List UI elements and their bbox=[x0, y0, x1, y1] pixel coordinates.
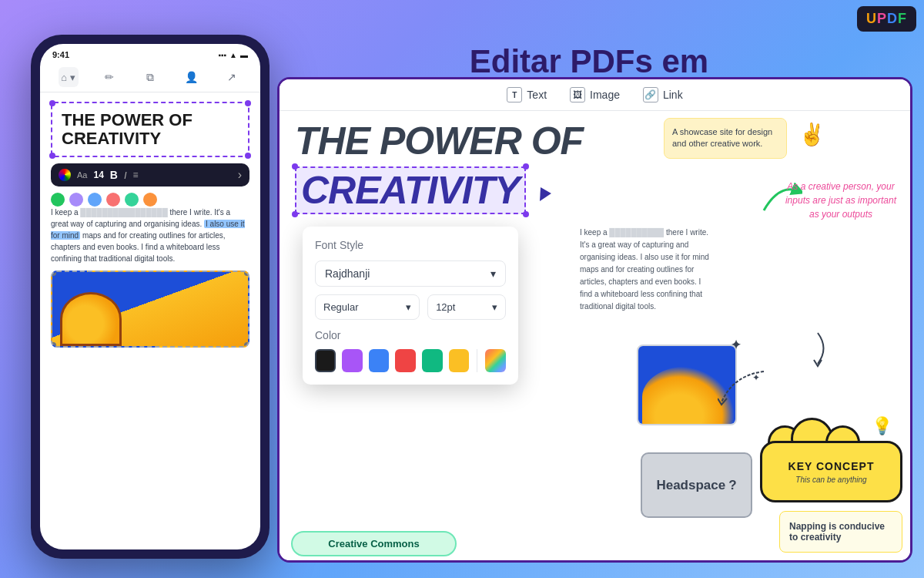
quote-text: As a creative person, your inputs are ju… bbox=[785, 181, 896, 220]
phone-mockup: 9:41 ▪▪▪ ▲ ▬ ⌂ ▾ ✏ ⧉ 👤 ↗ THE POWER OF CR… bbox=[31, 35, 270, 559]
sunflower-head bbox=[60, 292, 122, 346]
home-button[interactable]: ⌂ ▾ bbox=[59, 67, 79, 87]
tablet-toolbar: T Text 🖼 Image 🔗 Link bbox=[280, 79, 910, 111]
phone-title-box: THE POWER OF CREATIVITY bbox=[51, 102, 249, 157]
image-icon: 🖼 bbox=[570, 87, 585, 102]
font-style-chevron: ▾ bbox=[406, 301, 411, 313]
sel-handle-bl bbox=[292, 211, 298, 217]
italic-button[interactable]: I bbox=[124, 170, 127, 181]
signal-icon: ▪▪▪ bbox=[218, 51, 226, 59]
headspace-label: Headspace bbox=[656, 478, 725, 493]
doc-title-line2-container: CREATIVITY bbox=[295, 166, 526, 214]
font-style-select[interactable]: Regular ▾ bbox=[315, 294, 420, 320]
title-line1-text: THE POWER OF bbox=[295, 119, 583, 163]
swatch-purple[interactable] bbox=[69, 193, 83, 207]
swatch-purple-lg[interactable] bbox=[342, 349, 363, 372]
headspace-card: Headspace ? bbox=[641, 452, 752, 518]
sel-handle-br bbox=[523, 211, 529, 217]
phone-sunflower-image bbox=[51, 271, 249, 348]
font-size-value: 12pt bbox=[436, 301, 455, 313]
align-button[interactable]: ≡ bbox=[133, 170, 139, 180]
font-style-panel: Font Style Rajdhanji ▾ Regular ▾ 12pt ▾ … bbox=[303, 227, 518, 385]
img-handle-tr bbox=[244, 271, 249, 276]
color-section-label: Color bbox=[315, 329, 506, 341]
color-swatches-row bbox=[315, 349, 506, 372]
phone-toolbar[interactable]: ⌂ ▾ ✏ ⧉ 👤 ↗ bbox=[40, 62, 260, 92]
logo-f: F bbox=[898, 11, 907, 26]
font-size: 14 bbox=[93, 170, 103, 180]
phone-format-bar[interactable]: Aa 14 B I ≡ › bbox=[51, 163, 249, 187]
creative-commons-button[interactable]: Creative Commons bbox=[291, 531, 457, 556]
scribble-mark2: ✦ bbox=[752, 372, 760, 383]
img-handle-br bbox=[244, 342, 249, 348]
swatch-green[interactable] bbox=[51, 193, 65, 207]
swatch-blue-lg[interactable] bbox=[369, 349, 390, 372]
font-name-value: Rajdhanji bbox=[325, 267, 370, 280]
key-concept-area: KEY CONCEPT This can be anything 💡 bbox=[760, 422, 902, 514]
more-button[interactable]: › bbox=[238, 168, 242, 182]
text-icon: T bbox=[507, 87, 522, 102]
phone-title: THE POWER OF CREATIVITY bbox=[62, 111, 239, 148]
toolbar-link[interactable]: 🔗 Link bbox=[643, 87, 683, 102]
img-handle-bl bbox=[51, 342, 56, 348]
showcase-card: A showcase site for design and other cre… bbox=[664, 118, 787, 159]
toolbar-text[interactable]: T Text bbox=[507, 87, 547, 102]
highlight-text: I also use it for mind bbox=[51, 220, 245, 240]
toolbar-link-label: Link bbox=[663, 89, 683, 101]
cloud-container: KEY CONCEPT This can be anything 💡 bbox=[760, 422, 902, 514]
napping-card: Napping is conducive to creativity bbox=[779, 511, 902, 553]
font-size-select[interactable]: 12pt ▾ bbox=[427, 294, 506, 320]
logo-d: D bbox=[887, 11, 898, 26]
more-colors-button[interactable] bbox=[485, 349, 506, 372]
cloud-body: KEY CONCEPT This can be anything 💡 bbox=[760, 441, 902, 502]
battery-icon: ▬ bbox=[240, 51, 248, 59]
swatch-yellow-lg[interactable] bbox=[449, 349, 470, 372]
swatch-orange[interactable] bbox=[143, 193, 157, 207]
swatch-red-lg[interactable] bbox=[395, 349, 416, 372]
phone-screen: 9:41 ▪▪▪ ▲ ▬ ⌂ ▾ ✏ ⧉ 👤 ↗ THE POWER OF CR… bbox=[40, 44, 260, 549]
copy-icon[interactable]: ⧉ bbox=[140, 67, 160, 87]
logo-p: P bbox=[877, 11, 887, 26]
user-icon[interactable]: 👤 bbox=[181, 67, 201, 87]
text-cursor bbox=[534, 187, 551, 204]
font-name-chevron: ▾ bbox=[490, 267, 496, 280]
tablet-frame: T Text 🖼 Image 🔗 Link THE POWER OF CREAT… bbox=[277, 77, 912, 563]
bold-button[interactable]: B bbox=[110, 169, 118, 181]
showcase-text: A showcase site for design and other cre… bbox=[672, 127, 772, 148]
scribble-mark1: ✦ bbox=[731, 338, 741, 352]
sel-handle-tl bbox=[292, 163, 298, 170]
napping-text: Napping is conducive to creativity bbox=[789, 521, 885, 543]
swatch-black[interactable] bbox=[315, 349, 336, 372]
doodle-arrow1 bbox=[718, 368, 772, 414]
swatch-blue[interactable] bbox=[88, 193, 102, 207]
tablet-screen: T Text 🖼 Image 🔗 Link THE POWER OF CREAT… bbox=[280, 79, 910, 560]
doodle-arrow2 bbox=[802, 329, 833, 368]
logo-u: U bbox=[866, 11, 877, 26]
swatch-teal[interactable] bbox=[125, 193, 139, 207]
swatch-divider bbox=[477, 349, 477, 372]
toolbar-image[interactable]: 🖼 Image bbox=[570, 87, 620, 102]
swatch-green-lg[interactable] bbox=[422, 349, 443, 372]
header-line1: Editar PDFs em bbox=[470, 43, 708, 79]
phone-body-text: I keep a ████████████████ there I write.… bbox=[51, 207, 249, 264]
share-icon[interactable]: ↗ bbox=[222, 67, 242, 87]
edit-icon[interactable]: ✏ bbox=[99, 67, 119, 87]
title-line2-text: CREATIVITY bbox=[295, 166, 526, 214]
font-name-select[interactable]: Rajdhanji ▾ bbox=[315, 260, 506, 287]
toolbar-image-label: Image bbox=[590, 89, 620, 101]
font-style-value: Regular bbox=[323, 301, 359, 313]
status-icons: ▪▪▪ ▲ ▬ bbox=[218, 51, 248, 59]
color-row bbox=[51, 193, 249, 207]
handwritten-quote: As a creative person, your inputs are ju… bbox=[779, 180, 902, 221]
swatch-red[interactable] bbox=[106, 193, 120, 207]
key-concept-label: KEY CONCEPT bbox=[788, 460, 875, 472]
toolbar-text-label: Text bbox=[527, 89, 547, 101]
color-picker-icon[interactable] bbox=[59, 169, 71, 181]
font-size-chevron: ▾ bbox=[492, 301, 497, 313]
tablet-body-text: I keep a ██████████ there I write. It's … bbox=[580, 227, 711, 313]
creative-commons-label: Creative Commons bbox=[328, 538, 419, 549]
sel-handle-tr bbox=[523, 163, 529, 170]
wifi-icon: ▲ bbox=[229, 51, 237, 59]
font-panel-title: Font Style bbox=[315, 239, 506, 251]
handle-bl bbox=[49, 153, 55, 159]
